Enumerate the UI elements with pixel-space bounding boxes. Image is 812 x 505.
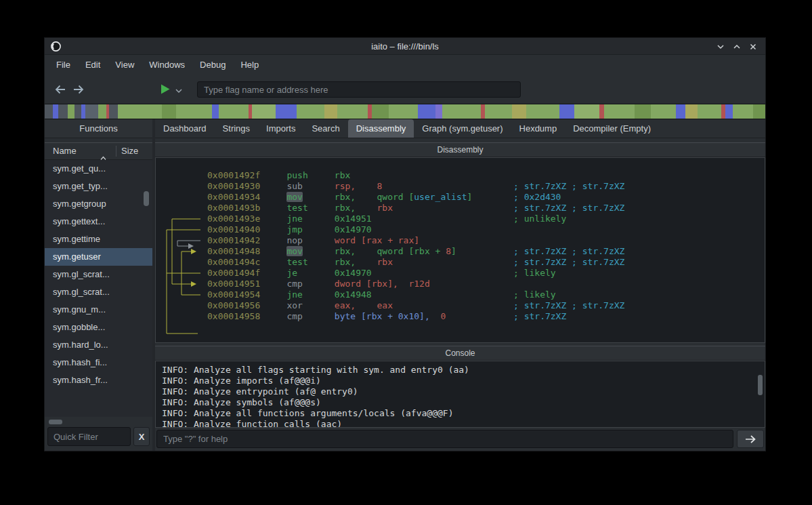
console-execute-button[interactable] bbox=[737, 430, 764, 448]
memory-map-segment[interactable] bbox=[485, 104, 512, 119]
function-list-item[interactable]: sym.getuser bbox=[45, 248, 152, 266]
function-list-item[interactable]: sym.get_typ... bbox=[45, 178, 152, 195]
disasm-line[interactable]: 0x00014948 mov rbx, qword [rbx + 8]; str… bbox=[156, 246, 765, 257]
memory-map-segment[interactable] bbox=[559, 104, 574, 119]
tab-hexdump[interactable]: Hexdump bbox=[511, 119, 565, 138]
disasm-line[interactable]: 0x00014956 xor eax, eax; str.7zXZ ; str.… bbox=[156, 300, 765, 311]
memory-map-strip[interactable] bbox=[45, 104, 765, 119]
function-list-item[interactable]: sym.gobble... bbox=[45, 319, 152, 336]
back-button[interactable] bbox=[53, 82, 68, 97]
memory-map-segment[interactable] bbox=[98, 104, 106, 119]
close-button[interactable] bbox=[745, 40, 761, 54]
tab-dashboard[interactable]: Dashboard bbox=[155, 119, 215, 138]
tab-search[interactable]: Search bbox=[303, 119, 347, 138]
memory-map-segment[interactable] bbox=[574, 104, 600, 119]
disassembly-panel-header[interactable]: Disassembly bbox=[155, 142, 765, 157]
tab-disassembly[interactable]: Disassembly bbox=[348, 119, 414, 138]
tab-decompiler-empty[interactable]: Decompiler (Empty) bbox=[565, 119, 659, 138]
menu-item-windows[interactable]: Windows bbox=[142, 57, 192, 73]
memory-map-segment[interactable] bbox=[337, 104, 368, 119]
disassembly-view[interactable]: 0x0001492f push rbx0x00014930 sub rsp, 8… bbox=[155, 157, 765, 343]
maximize-button[interactable] bbox=[729, 40, 745, 54]
disasm-line[interactable]: 0x0001493b test rbx, rbx; str.7zXZ ; str… bbox=[156, 203, 765, 214]
memory-map-segment[interactable] bbox=[85, 104, 98, 119]
disasm-line[interactable]: 0x00014942 nop word [rax + rax] bbox=[156, 235, 765, 246]
menu-item-debug[interactable]: Debug bbox=[192, 57, 233, 73]
memory-map-segment[interactable] bbox=[389, 104, 417, 119]
memory-map-segment[interactable] bbox=[252, 104, 276, 119]
memory-map-segment[interactable] bbox=[418, 104, 435, 119]
function-list-item[interactable]: sym.gnu_m... bbox=[45, 301, 152, 319]
memory-map-segment[interactable] bbox=[604, 104, 635, 119]
memory-map-segment[interactable] bbox=[68, 104, 74, 119]
disasm-line[interactable]: 0x00014958 cmp byte [rbx + 0x10], 0; str… bbox=[156, 311, 765, 322]
memory-map-segment[interactable] bbox=[698, 104, 721, 119]
disasm-line[interactable]: 0x0001494f je 0x14970; likely bbox=[156, 268, 765, 279]
memory-map-segment[interactable] bbox=[599, 104, 604, 119]
forward-button[interactable] bbox=[71, 82, 86, 97]
memory-map-segment[interactable] bbox=[324, 104, 337, 119]
disasm-line[interactable]: 0x00014934 mov rbx, qword [user_alist]; … bbox=[156, 192, 765, 203]
disasm-line[interactable]: 0x0001494c test rbx, rbx; str.7zXZ ; str… bbox=[156, 257, 765, 268]
continue-play-button[interactable] bbox=[160, 83, 171, 95]
function-list-scrollbar[interactable] bbox=[144, 191, 149, 206]
memory-map-segment[interactable] bbox=[58, 104, 68, 119]
function-list-item[interactable]: sym.gettext... bbox=[45, 213, 152, 230]
disasm-line[interactable]: 0x0001493e jne 0x14951; unlikely bbox=[156, 214, 765, 224]
memory-map-segment[interactable] bbox=[526, 104, 559, 119]
memory-map-segment[interactable] bbox=[176, 104, 212, 119]
memory-map-segment[interactable] bbox=[725, 104, 733, 119]
memory-map-segment[interactable] bbox=[753, 104, 765, 119]
function-list-item[interactable]: sym.gl_scrat... bbox=[45, 266, 152, 283]
play-dropdown-icon[interactable] bbox=[175, 86, 183, 93]
memory-map-segment[interactable] bbox=[512, 104, 526, 119]
memory-map-segment[interactable] bbox=[442, 104, 481, 119]
memory-map-segment[interactable] bbox=[118, 104, 162, 119]
console-scrollbar[interactable] bbox=[758, 375, 763, 395]
address-search-input[interactable] bbox=[197, 81, 521, 98]
memory-map-segment[interactable] bbox=[276, 104, 297, 119]
function-list-item[interactable]: sym.getgroup bbox=[45, 195, 152, 213]
clear-filter-button[interactable]: X bbox=[133, 427, 150, 446]
tab-graph-sym-getuser[interactable]: Graph (sym.getuser) bbox=[414, 119, 511, 138]
menu-item-file[interactable]: File bbox=[49, 57, 78, 73]
memory-map-segment[interactable] bbox=[685, 104, 698, 119]
function-list-item[interactable]: sym.hash_fi... bbox=[45, 354, 152, 371]
console-input[interactable] bbox=[156, 430, 733, 448]
memory-map-segment[interactable] bbox=[212, 104, 218, 119]
tab-imports[interactable]: Imports bbox=[258, 119, 303, 138]
quick-filter-input[interactable] bbox=[47, 427, 131, 446]
memory-map-segment[interactable] bbox=[651, 104, 677, 119]
memory-map-segment[interactable] bbox=[733, 104, 754, 119]
column-header-size[interactable]: Size bbox=[121, 143, 138, 159]
memory-map-segment[interactable] bbox=[219, 104, 249, 119]
disasm-line[interactable]: 0x00014930 sub rsp, 8; str.7zXZ ; str.7z… bbox=[156, 181, 765, 192]
menu-item-edit[interactable]: Edit bbox=[78, 57, 108, 73]
function-list-item[interactable]: sym.gettime bbox=[45, 230, 152, 248]
memory-map-segment[interactable] bbox=[635, 104, 651, 119]
memory-map-segment[interactable] bbox=[297, 104, 324, 119]
tab-strings[interactable]: Strings bbox=[215, 119, 258, 138]
title-bar[interactable]: iaito – file:///bin/ls bbox=[45, 38, 765, 55]
menu-item-help[interactable]: Help bbox=[233, 57, 266, 73]
console-panel[interactable]: INFO: Analyze all flags starting with sy… bbox=[155, 361, 765, 428]
memory-map-segment[interactable] bbox=[162, 104, 176, 119]
console-panel-header[interactable]: Console bbox=[155, 346, 765, 361]
column-header-name[interactable]: Name bbox=[53, 143, 77, 159]
memory-map-segment[interactable] bbox=[53, 104, 58, 119]
function-list-item[interactable]: sym.get_qu... bbox=[45, 160, 152, 178]
memory-map-segment[interactable] bbox=[74, 104, 82, 119]
memory-map-segment[interactable] bbox=[45, 104, 53, 119]
memory-map-segment[interactable] bbox=[109, 104, 118, 119]
hscrollbar-handle[interactable] bbox=[49, 420, 62, 424]
memory-map-segment[interactable] bbox=[372, 104, 389, 119]
function-list-item[interactable]: sym.hash_fr... bbox=[45, 371, 152, 389]
function-list-hscrollbar[interactable] bbox=[45, 417, 152, 426]
function-list-item[interactable]: sym.gl_scrat... bbox=[45, 283, 152, 301]
memory-map-segment[interactable] bbox=[435, 104, 443, 119]
disasm-line[interactable]: 0x00014951 cmp dword [rbx], r12d bbox=[156, 279, 765, 289]
memory-map-segment[interactable] bbox=[676, 104, 685, 119]
disasm-line[interactable]: 0x0001492f push rbx bbox=[156, 170, 765, 181]
disasm-line[interactable]: 0x00014954 jne 0x14948; likely bbox=[156, 289, 765, 300]
function-list-item[interactable]: sym.hard_lo... bbox=[45, 336, 152, 354]
